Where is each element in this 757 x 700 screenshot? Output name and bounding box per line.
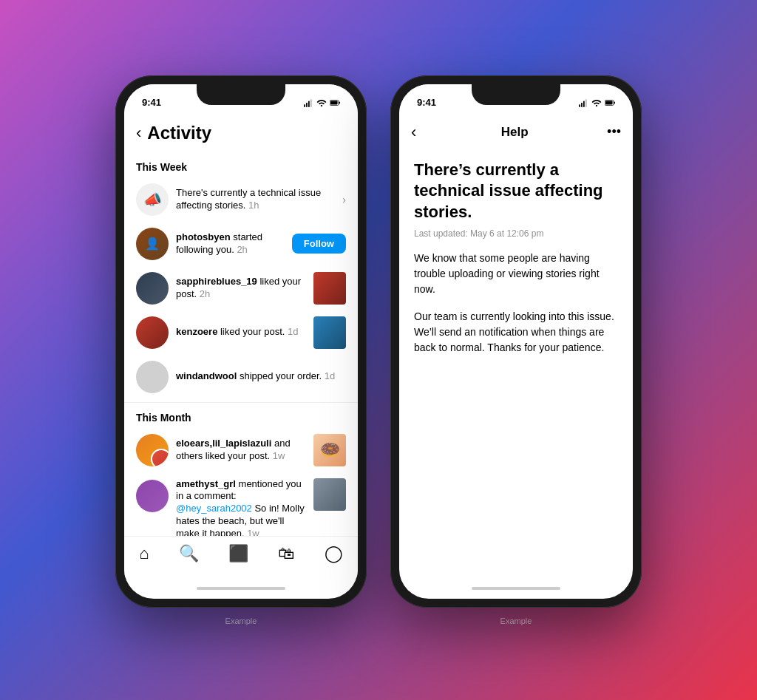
example-label-1: Example bbox=[225, 616, 257, 625]
home-bar bbox=[197, 587, 285, 590]
notch-2 bbox=[472, 84, 560, 105]
svg-rect-9 bbox=[583, 101, 585, 106]
list-item[interactable]: 📣 There's currently a technical issue af… bbox=[124, 177, 358, 222]
phone2-screen: 9:41 ‹ Help ••• There’s currently a tech… bbox=[399, 84, 633, 599]
status-time-1: 9:41 bbox=[142, 97, 161, 108]
phone1-screen: 9:41 ‹ Activity This Week 📣 bbox=[124, 84, 358, 599]
home-indicator-2 bbox=[399, 578, 633, 599]
time-label: 1d bbox=[288, 326, 298, 337]
megaphone-icon: 📣 bbox=[136, 183, 169, 216]
phone1-wrapper: 9:41 ‹ Activity This Week 📣 bbox=[115, 75, 367, 625]
time-label: 1w bbox=[273, 450, 285, 461]
home-nav-icon[interactable]: ⌂ bbox=[139, 544, 149, 563]
list-item[interactable]: kenzoere liked your post. 1d bbox=[124, 310, 358, 355]
notch-1 bbox=[197, 84, 285, 105]
avatar bbox=[136, 316, 169, 349]
order-text: windandwool shipped your order. 1d bbox=[176, 370, 346, 383]
more-options-button[interactable]: ••• bbox=[607, 124, 621, 140]
signal-icon-2 bbox=[578, 98, 588, 108]
list-item[interactable]: 👤 photosbyen started following you. 2h F… bbox=[124, 222, 358, 266]
svg-rect-6 bbox=[339, 101, 341, 103]
avatar: 👤 bbox=[136, 228, 169, 260]
help-content: There’s currently a technical issue affe… bbox=[399, 148, 633, 578]
username-label: sapphireblues_19 bbox=[176, 276, 259, 287]
svg-rect-8 bbox=[581, 103, 583, 107]
svg-rect-7 bbox=[579, 104, 580, 107]
like-text: kenzoere liked your post. 1d bbox=[176, 326, 306, 339]
avatar bbox=[136, 434, 169, 466]
help-nav-header: ‹ Help ••• bbox=[399, 117, 633, 148]
svg-rect-3 bbox=[310, 99, 312, 107]
post-thumbnail: 🍩 bbox=[313, 434, 346, 466]
activity-content: This Week 📣 There's currently a technica… bbox=[124, 149, 358, 536]
list-item[interactable]: eloears,lil_lapislazuli and others liked… bbox=[124, 428, 358, 472]
chevron-right-icon: › bbox=[342, 194, 346, 205]
profile-nav-icon[interactable]: ◯ bbox=[325, 544, 343, 563]
mention-handle: @hey_sarah2002 bbox=[176, 503, 254, 514]
list-item[interactable]: amethyst_grl mentioned you in a comment:… bbox=[124, 472, 358, 536]
username-label: amethyst_grl bbox=[176, 478, 239, 489]
status-bar-2: 9:41 bbox=[399, 84, 633, 117]
shop-nav-icon[interactable]: 🛍 bbox=[278, 544, 294, 563]
home-indicator bbox=[124, 578, 358, 599]
post-thumbnail bbox=[313, 316, 346, 349]
username-label: kenzoere bbox=[176, 326, 220, 337]
help-timestamp: Last updated: May 6 at 12:06 pm bbox=[414, 228, 618, 239]
help-paragraph-1: We know that some people are having trou… bbox=[414, 251, 618, 297]
section-this-month: This Month bbox=[124, 406, 358, 428]
post-thumbnail bbox=[313, 272, 346, 305]
svg-rect-10 bbox=[585, 99, 587, 107]
follow-button[interactable]: Follow bbox=[292, 234, 346, 254]
action-label: shipped your order. bbox=[240, 370, 325, 381]
help-main-title: There’s currently a technical issue affe… bbox=[414, 160, 618, 223]
time-label: 2h bbox=[200, 288, 210, 299]
status-icons-2 bbox=[578, 98, 615, 108]
svg-rect-5 bbox=[330, 101, 338, 104]
svg-rect-0 bbox=[304, 104, 305, 107]
help-back-button[interactable]: ‹ bbox=[411, 123, 416, 142]
reels-nav-icon[interactable]: ⬛ bbox=[228, 544, 248, 563]
like-text: sapphireblues_19 liked your post. 2h bbox=[176, 276, 306, 301]
announcement-text: There's currently a technical issue affe… bbox=[176, 187, 335, 212]
help-body: We know that some people are having trou… bbox=[414, 251, 618, 356]
activity-title: Activity bbox=[147, 123, 211, 143]
list-item[interactable]: windandwool shipped your order. 1d bbox=[124, 355, 358, 399]
battery-icon bbox=[330, 98, 340, 108]
time-label: 1w bbox=[247, 528, 259, 535]
battery-icon-2 bbox=[605, 98, 615, 108]
username-label: eloears,lil_lapislazuli bbox=[176, 438, 274, 449]
activity-nav-header: ‹ Activity bbox=[124, 117, 358, 149]
like-text: eloears,lil_lapislazuli and others liked… bbox=[176, 438, 306, 463]
mention-text: amethyst_grl mentioned you in a comment:… bbox=[176, 478, 306, 536]
help-paragraph-2: Our team is currently looking into this … bbox=[414, 309, 618, 356]
example-label-2: Example bbox=[500, 616, 532, 625]
phone1: 9:41 ‹ Activity This Week 📣 bbox=[115, 75, 367, 608]
help-title: Help bbox=[501, 125, 529, 140]
time-label: 2h bbox=[237, 244, 247, 255]
section-this-week: This Week bbox=[124, 155, 358, 177]
status-icons-1 bbox=[303, 98, 340, 108]
username-label: windandwool bbox=[176, 370, 240, 381]
phone2: 9:41 ‹ Help ••• There’s currently a tech… bbox=[390, 75, 642, 608]
announcement-time: 1h bbox=[248, 200, 259, 211]
avatar bbox=[136, 272, 169, 305]
svg-rect-1 bbox=[306, 103, 308, 107]
action-label: liked your post. bbox=[220, 326, 288, 337]
svg-rect-2 bbox=[308, 101, 310, 106]
post-thumbnail bbox=[313, 478, 346, 511]
signal-icon bbox=[303, 98, 313, 108]
divider bbox=[124, 402, 358, 403]
list-item[interactable]: sapphireblues_19 liked your post. 2h bbox=[124, 266, 358, 310]
svg-rect-12 bbox=[605, 101, 613, 104]
back-button[interactable]: ‹ bbox=[136, 123, 141, 143]
follow-text: photosbyen started following you. 2h bbox=[176, 231, 285, 256]
search-nav-icon[interactable]: 🔍 bbox=[179, 544, 199, 563]
phone2-wrapper: 9:41 ‹ Help ••• There’s currently a tech… bbox=[390, 75, 642, 625]
time-label: 1d bbox=[325, 370, 335, 381]
svg-rect-13 bbox=[614, 101, 616, 103]
username-label: photosbyen bbox=[176, 231, 233, 242]
bottom-nav: ⌂ 🔍 ⬛ 🛍 ◯ bbox=[124, 536, 358, 578]
wifi-icon bbox=[316, 98, 327, 108]
status-bar-1: 9:41 bbox=[124, 84, 358, 117]
wifi-icon-2 bbox=[591, 98, 602, 108]
